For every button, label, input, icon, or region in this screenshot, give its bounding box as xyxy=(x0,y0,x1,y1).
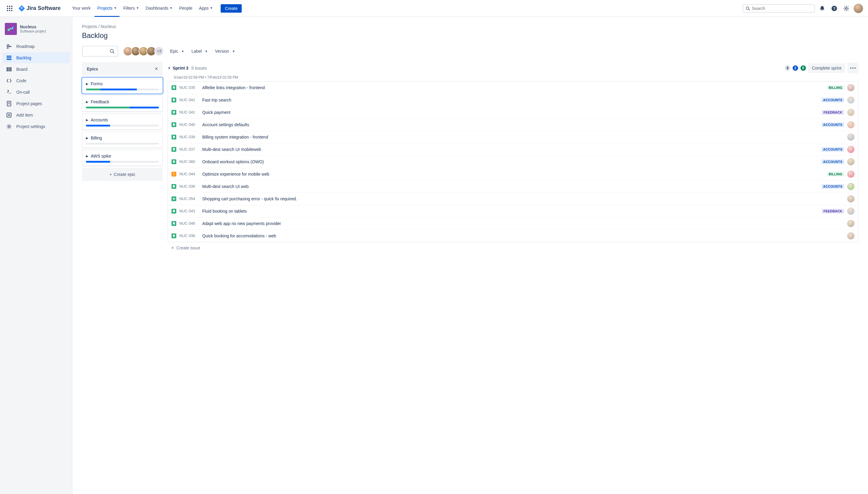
issue-summary: Affelite links integration - frontend xyxy=(202,85,824,90)
create-issue-button[interactable]: + Create issue xyxy=(168,242,858,254)
assignee-avatar[interactable] xyxy=(847,183,854,190)
nav-people[interactable]: People xyxy=(176,0,196,17)
avatar-more[interactable]: +3 xyxy=(154,46,164,56)
epic-card[interactable]: ▶Billing xyxy=(82,132,163,148)
sprint-issue-count: 5 issues xyxy=(191,66,207,71)
create-epic-button[interactable]: + Create epic xyxy=(82,168,163,181)
top-nav: Jira Software Your workProjects▼Filters▼… xyxy=(0,0,868,17)
assignee-avatar[interactable] xyxy=(847,133,854,141)
crumb-root[interactable]: Projects xyxy=(82,24,97,29)
assignee-avatar[interactable] xyxy=(847,195,854,203)
assignee-avatar[interactable] xyxy=(847,220,854,227)
assignee-avatar[interactable] xyxy=(847,208,854,215)
issue-row[interactable]: NUC-335Affelite links integration - fron… xyxy=(168,82,858,94)
assignee-avatar[interactable] xyxy=(847,109,854,116)
svg-rect-40 xyxy=(173,175,174,176)
assignee-avatar[interactable] xyxy=(847,232,854,240)
nav-apps[interactable]: Apps▼ xyxy=(196,0,216,17)
sprint-toggle[interactable]: ▼ Sprint 3 xyxy=(168,66,188,71)
issue-list: NUC-335Affelite links integration - fron… xyxy=(168,81,858,242)
epic-filter[interactable]: Epic▼ xyxy=(169,47,185,55)
notifications-icon[interactable] xyxy=(817,4,827,13)
epic-tag: BILLING xyxy=(827,172,844,176)
chevron-down-icon: ▼ xyxy=(232,50,235,53)
epic-tag: ACCOUNTS xyxy=(821,147,844,152)
issue-row[interactable]: NUC-336Quick booking for accomodations -… xyxy=(168,230,858,242)
app-switcher-icon[interactable] xyxy=(5,4,15,13)
status-inprogress-pill: 2 xyxy=(793,65,798,71)
top-nav-right: ? xyxy=(743,4,863,13)
issue-row[interactable]: NUC-337Multi-dest search UI mobilewebACC… xyxy=(168,144,858,156)
project-sidebar: Nucleus Software project RoadmapBacklogB… xyxy=(0,17,72,494)
issue-summary: Onboard workout options (OWO) xyxy=(202,159,818,164)
board-search[interactable] xyxy=(82,46,118,57)
issue-row[interactable]: NUC-354Shopping cart purchasing error - … xyxy=(168,193,858,205)
sidebar-item-add-item[interactable]: Add item xyxy=(2,110,70,120)
issue-row[interactable]: NUC-340Account settings defaultsACCOUNTS xyxy=(168,119,858,131)
sidebar-item-label: Project settings xyxy=(16,124,45,129)
epic-card[interactable]: ▶Accounts xyxy=(82,114,163,130)
main-content: Projects / Nucleus Backlog +3 Epic▼ Labe… xyxy=(72,17,868,494)
sidebar-item-board[interactable]: Board xyxy=(2,64,70,75)
epic-card[interactable]: ▶Feedback xyxy=(82,95,163,112)
logo[interactable]: Jira Software xyxy=(16,5,63,12)
assignee-avatar[interactable] xyxy=(847,96,854,103)
issue-row[interactable]: NUC-346Adapt web app no new payments pro… xyxy=(168,217,858,230)
sprint-more-button[interactable] xyxy=(848,63,858,74)
assignee-avatar[interactable] xyxy=(847,121,854,128)
global-search-input[interactable] xyxy=(752,6,812,11)
sidebar-item-code[interactable]: Code xyxy=(2,75,70,86)
sidebar-item-project-settings[interactable]: Project settings xyxy=(2,121,70,132)
epic-name: Accounts xyxy=(91,117,108,122)
label-filter[interactable]: Label▼ xyxy=(190,47,209,55)
complete-sprint-button[interactable]: Complete sprint xyxy=(808,63,845,73)
issue-type-risk-icon xyxy=(171,172,176,176)
nav-dashboards[interactable]: Dashboards▼ xyxy=(143,0,176,17)
issue-row[interactable]: NUC-343Fluid booking on tabletsFEEDBACK xyxy=(168,205,858,217)
issue-row[interactable]: NUC-338Multi-dest search UI webACCOUNTS xyxy=(168,180,858,193)
sidebar-icon xyxy=(6,124,12,130)
profile-avatar[interactable] xyxy=(853,4,863,13)
sidebar-icon xyxy=(6,89,12,95)
svg-rect-19 xyxy=(7,58,12,58)
project-header[interactable]: Nucleus Software project xyxy=(2,23,70,41)
version-filter[interactable]: Version▼ xyxy=(214,47,236,55)
sidebar-item-project-pages[interactable]: Project pages xyxy=(2,98,70,109)
epic-card[interactable]: ▶AWS spike xyxy=(82,150,163,166)
assignee-avatar[interactable] xyxy=(847,84,854,91)
issue-key: NUC-354 xyxy=(179,197,199,201)
epic-progress xyxy=(86,143,159,145)
issue-row[interactable]: NUC-342Fast trip searchACCOUNTS xyxy=(168,94,858,106)
issue-type-story-icon xyxy=(171,135,176,139)
assignee-avatar[interactable] xyxy=(847,158,854,165)
assignee-avatar[interactable] xyxy=(847,146,854,153)
issue-type-story-icon xyxy=(171,122,176,127)
assignee-avatar[interactable] xyxy=(847,170,854,178)
svg-rect-0 xyxy=(7,6,8,7)
nav-filters[interactable]: Filters▼ xyxy=(120,0,142,17)
assignee-filter[interactable]: +3 xyxy=(123,46,164,56)
issue-row[interactable]: NUC-339Billing system integration - fron… xyxy=(168,131,858,144)
help-icon[interactable]: ? xyxy=(829,4,839,13)
sidebar-item-on-call[interactable]: On-call xyxy=(2,87,70,98)
svg-point-34 xyxy=(110,50,113,52)
nav-projects[interactable]: Projects▼ xyxy=(94,0,119,17)
settings-icon[interactable] xyxy=(842,4,851,13)
sprint-dates: 3/Jan/19 02:59 PM • 7/Feb/19 02:59 PM xyxy=(168,75,858,79)
crumb-leaf[interactable]: Nucleus xyxy=(101,24,116,29)
epic-card[interactable]: ▶Forms xyxy=(82,77,163,94)
issue-key: NUC-339 xyxy=(179,135,199,139)
close-icon[interactable]: × xyxy=(154,66,158,72)
more-icon xyxy=(850,68,856,69)
issue-row[interactable]: NUC-360Onboard workout options (OWO)ACCO… xyxy=(168,156,858,168)
epic-tag: BILLING xyxy=(827,85,844,90)
issue-row[interactable]: NUC-344Optimize experience for mobile we… xyxy=(168,168,858,180)
chevron-down-icon: ▼ xyxy=(181,50,184,53)
nav-your-work[interactable]: Your work xyxy=(69,0,94,17)
issue-type-story-icon xyxy=(171,233,176,238)
global-search[interactable] xyxy=(743,4,815,13)
sidebar-item-roadmap[interactable]: Roadmap xyxy=(2,41,70,52)
issue-row[interactable]: NUC-341Quick paymentFEEDBACK xyxy=(168,106,858,119)
sidebar-item-backlog[interactable]: Backlog xyxy=(2,52,70,63)
create-button[interactable]: Create xyxy=(221,4,242,13)
